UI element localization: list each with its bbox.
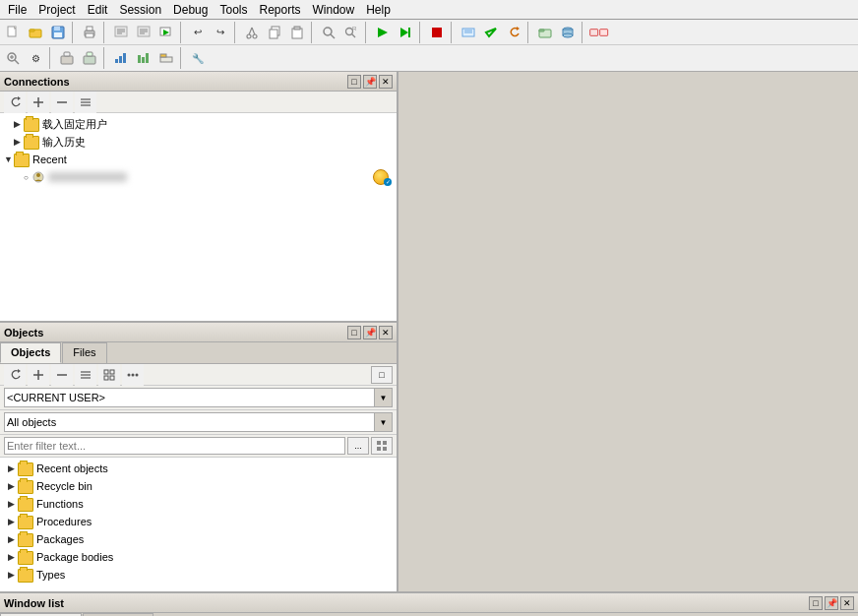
tb-sep-2-3 [180,47,184,69]
folder-icon-pk [18,533,33,547]
obj-remove[interactable] [51,364,73,386]
obj-more[interactable] [122,364,144,386]
menu-reports[interactable]: Reports [253,1,306,19]
tb-data2[interactable] [79,47,100,69]
tree-item-procedures[interactable]: ▶ Procedures [0,513,397,530]
connections-pin[interactable]: 📌 [363,75,377,89]
tab-files[interactable]: Files [62,342,106,363]
tree-item-load-fixed[interactable]: ▶ 载入固定用户 [0,115,397,133]
tb-plan[interactable] [458,22,479,43]
menu-help[interactable]: Help [360,1,397,19]
menu-file[interactable]: File [2,1,32,19]
objects-tree-content: ▶ Recent objects ▶ Recycle bin ▶ [0,458,397,585]
conn-remove[interactable] [51,92,73,113]
tree-arrow-pb: ▶ [8,552,18,562]
connections-close[interactable]: ✕ [379,75,393,89]
tb-copy[interactable] [264,22,285,43]
filter-input[interactable] [4,437,345,455]
connection-label-blurred [48,172,127,182]
tree-item-history[interactable]: ▶ 输入历史 [0,133,397,151]
tb-settings[interactable]: ⚙ [25,47,46,69]
tree-item-recent-objects[interactable]: ▶ Recent objects [0,460,397,477]
tree-item-recent[interactable]: ▼ Recent [0,151,397,168]
conn-collapse[interactable] [75,92,96,113]
tb-sep-2 [103,22,107,43]
connections-minimize[interactable]: □ [347,75,361,89]
svg-rect-59 [123,53,126,63]
all-objects-select[interactable]: All objects [4,412,375,432]
tb-execute[interactable] [372,22,394,43]
tb-run-script2[interactable] [133,22,154,43]
svg-rect-54 [64,52,70,56]
tb-autotrace[interactable] [588,22,610,43]
obj-collapse[interactable] [75,364,96,386]
windowlist-pin[interactable]: 📌 [825,596,838,610]
tb-open-folder[interactable] [25,22,46,43]
tb-commit[interactable] [480,22,502,43]
tree-item-recycle-bin[interactable]: ▶ Recycle bin [0,477,397,495]
menu-window[interactable]: Window [307,1,361,19]
svg-rect-64 [160,54,166,57]
tb-data1[interactable] [56,47,78,69]
objects-close[interactable]: ✕ [379,326,393,339]
tb-find[interactable] [318,22,339,43]
tree-item-types[interactable]: ▶ Types [0,566,397,584]
svg-point-87 [136,373,139,376]
tb-undo[interactable]: ↩ [187,22,209,43]
all-objects-arrow[interactable]: ▼ [375,412,393,432]
tb-paste[interactable] [286,22,308,43]
tb-redo[interactable]: ↪ [210,22,231,43]
tb-sep-4 [234,22,238,43]
menu-project[interactable]: Project [32,1,81,19]
tb-wrench[interactable]: 🔧 [187,47,209,69]
objects-minimize[interactable]: □ [347,326,361,339]
tb-chart3[interactable] [155,47,177,69]
tb-execute-step[interactable] [395,22,416,43]
objects-tabs: Objects Files [0,342,397,364]
conn-refresh[interactable] [4,92,26,113]
tree-item-functions[interactable]: ▶ Functions [0,495,397,513]
svg-rect-82 [110,370,114,374]
tb-chart1[interactable] [110,47,132,69]
tree-arrow-2: ▶ [14,137,24,147]
menu-tools[interactable]: Tools [214,1,253,19]
conn-add[interactable] [28,92,49,113]
svg-marker-34 [400,28,408,37]
filter-more-btn[interactable]: ... [347,437,369,455]
obj-square[interactable]: □ [371,366,393,384]
tb-rollback[interactable] [503,22,524,43]
tb-schema-browser[interactable] [534,22,556,43]
tb-db-objects[interactable] [557,22,579,43]
tb-stop[interactable] [426,22,448,43]
folder-icon-pb [18,551,33,565]
tb-new[interactable] [2,22,24,43]
tb-cut[interactable] [241,22,263,43]
obj-group[interactable] [98,364,120,386]
tb-zoom-in[interactable] [2,47,24,69]
tree-item-package-bodies[interactable]: ▶ Package bodies [0,548,397,566]
windowlist-close[interactable]: ✕ [840,596,854,610]
svg-line-50 [15,60,19,64]
tb-replace[interactable]: R [340,22,362,43]
current-user-arrow[interactable]: ▼ [375,388,393,407]
tb-run-script[interactable] [110,22,132,43]
windowlist-minimize[interactable]: □ [809,596,823,610]
menu-edit[interactable]: Edit [82,1,114,19]
menu-debug[interactable]: Debug [167,1,214,19]
obj-refresh[interactable] [4,364,26,386]
tree-arrow-ty: ▶ [8,570,18,580]
svg-rect-56 [87,52,92,56]
tree-item-connection[interactable]: ○ [0,168,397,186]
current-user-select[interactable]: <CURRENT USER> [4,388,375,407]
tb-print[interactable] [79,22,100,43]
tb-chart2[interactable] [133,47,154,69]
objects-pin[interactable]: 📌 [363,326,377,339]
tb-run-all[interactable] [155,22,177,43]
filter-grid-btn[interactable] [371,437,393,455]
connection-icon [31,170,45,184]
tb-save[interactable] [47,22,69,43]
obj-add[interactable] [28,364,49,386]
menu-session[interactable]: Session [113,1,167,19]
tab-objects[interactable]: Objects [0,342,61,363]
tree-item-packages[interactable]: ▶ Packages [0,530,397,548]
